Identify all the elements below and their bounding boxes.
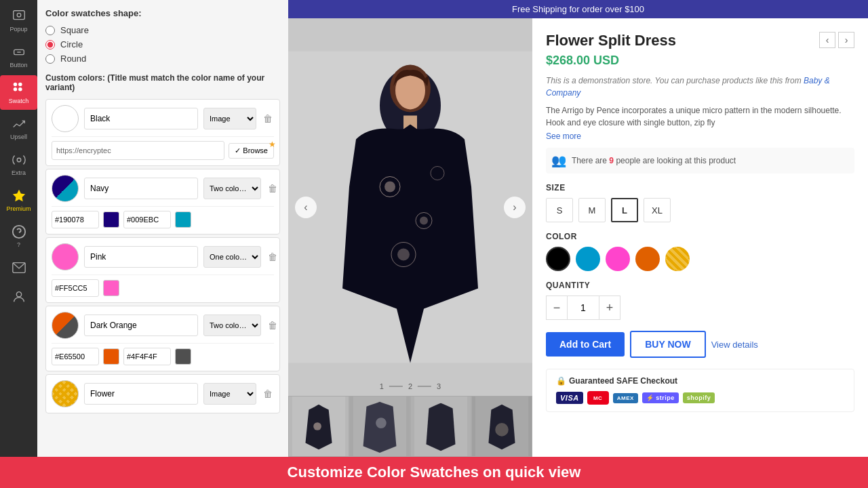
shield-icon: 🔒 <box>556 376 566 386</box>
view-details-link[interactable]: View details <box>711 340 758 350</box>
thumbnail-2[interactable] <box>349 396 410 457</box>
sidebar-item-premium[interactable]: Premium <box>0 183 37 218</box>
color-yellow-circle[interactable] <box>665 247 690 271</box>
dot-line-2 <box>418 386 431 387</box>
svg-point-18 <box>384 182 395 192</box>
thumb1-img <box>289 396 349 456</box>
size-label: SIZE <box>546 183 854 192</box>
product-next-btn[interactable]: › <box>838 32 854 48</box>
color-orange-circle[interactable] <box>635 247 660 271</box>
visa-badge: VISA <box>556 392 583 404</box>
image-next-btn[interactable]: › <box>504 197 526 218</box>
swatch-black-delete-btn[interactable]: 🗑 <box>262 112 274 125</box>
swatch-navy-name-input[interactable] <box>84 178 198 199</box>
shape-circle-radio[interactable] <box>45 40 55 49</box>
sidebar-item-popup[interactable]: Popup <box>0 3 37 38</box>
swatch-pink-name-input[interactable] <box>84 246 198 268</box>
color-black-circle[interactable] <box>546 247 570 271</box>
shape-round-radio[interactable] <box>45 54 55 64</box>
left-panel: Color swatches shape: Square Circle Roun… <box>37 0 288 457</box>
swatch-black-type-select[interactable]: Image One color Two color <box>203 108 256 129</box>
swatch-pink-delete-btn[interactable]: 🗑 <box>267 250 279 264</box>
size-m-btn[interactable]: M <box>578 198 606 222</box>
thumb3-img <box>411 396 471 456</box>
swatch-navy-delete-btn[interactable]: 🗑 <box>267 182 279 195</box>
add-to-cart-btn[interactable]: Add to Cart <box>546 332 625 357</box>
swatch-darkorange-name-input[interactable] <box>84 314 198 336</box>
swatch-flower-type-select[interactable]: Image One color Two color <box>203 383 256 405</box>
swatch-pink-hex1-input[interactable] <box>52 279 99 297</box>
product-prev-btn[interactable]: ‹ <box>819 32 835 48</box>
swatch-navy-hex1-input[interactable] <box>52 211 99 228</box>
action-buttons: Add to Cart BUY NOW View details <box>546 331 854 358</box>
thumbnail-row <box>288 396 532 457</box>
see-more-link[interactable]: See more <box>546 131 854 141</box>
quantity-increase-btn[interactable]: + <box>599 296 620 320</box>
svg-point-28 <box>376 418 387 428</box>
sidebar-item-swatch[interactable]: Swatch <box>0 75 37 110</box>
shape-round-label: Round <box>60 54 86 64</box>
sidebar-item-upsell[interactable]: Upsell <box>0 111 37 146</box>
color-navy-circle[interactable] <box>576 247 600 271</box>
swatch-navy-preview <box>52 175 79 202</box>
swatch-pink-preview <box>52 243 79 270</box>
size-xl-btn[interactable]: XL <box>644 198 671 222</box>
swatch-dark-orange: Image One color Two colo… 🗑 <box>45 306 280 371</box>
swatch-flower-delete-btn[interactable]: 🗑 <box>262 387 274 401</box>
shape-section-title: Color swatches shape: <box>45 8 280 18</box>
bottom-bar: Customize Color Swatches on quick view <box>0 457 868 488</box>
amex-badge: AMEX <box>613 393 638 403</box>
product-desc-main: The Arrigo by Pence incorporates a uniqu… <box>546 104 854 129</box>
swatch-navy-color1-chip[interactable] <box>103 211 119 228</box>
viewer-count: 9 <box>609 156 614 165</box>
product-image-section: ‹ › 1 2 3 <box>288 18 532 457</box>
image-prev-btn[interactable]: ‹ <box>295 197 317 218</box>
quantity-decrease-btn[interactable]: − <box>546 296 568 320</box>
size-l-btn[interactable]: L <box>611 198 638 222</box>
shape-round[interactable]: Round <box>45 54 280 64</box>
size-s-btn[interactable]: S <box>546 198 573 222</box>
color-options <box>546 247 854 271</box>
swatch-darkorange-delete-btn[interactable]: 🗑 <box>267 319 279 332</box>
swatch-darkorange-hex1-input[interactable] <box>52 348 99 365</box>
swatch-darkorange-hex2-input[interactable] <box>123 348 171 365</box>
swatch-black-preview <box>52 105 79 132</box>
swatch-darkorange-type-select[interactable]: Image One color Two colo… <box>203 314 261 336</box>
sidebar-item-button[interactable]: Button <box>0 39 37 74</box>
swatch-black-browse-btn[interactable]: ✓ Browse ★ <box>229 143 274 159</box>
shape-circle[interactable]: Circle <box>45 39 280 49</box>
thumbnail-3[interactable] <box>410 396 471 457</box>
svg-point-8 <box>17 158 21 162</box>
swatch-pink-type-select[interactable]: Image One colo… Two color <box>203 246 261 268</box>
sidebar-item-help[interactable]: ? <box>0 219 37 253</box>
swatch-black-name-input[interactable] <box>84 108 198 129</box>
swatch-navy-hex2-input[interactable] <box>123 211 171 228</box>
color-pink-circle[interactable] <box>606 247 630 271</box>
sidebar-item-email[interactable] <box>0 255 37 283</box>
swatch-darkorange-color1-chip[interactable] <box>103 348 119 365</box>
thumbnail-4[interactable] <box>471 396 532 457</box>
shape-radio-group: Square Circle Round <box>45 25 280 64</box>
social-proof: 👥 There are 9 people are looking at this… <box>546 148 854 174</box>
shape-square[interactable]: Square <box>45 25 280 35</box>
stripe-badge: ⚡ stripe <box>642 392 679 403</box>
dot-3: 3 <box>437 382 441 390</box>
quantity-input[interactable] <box>568 296 599 320</box>
swatch-flower-name-input[interactable] <box>84 383 198 405</box>
mastercard-badge: MC <box>587 391 609 405</box>
thumbnail-1[interactable] <box>288 396 349 457</box>
sidebar: Popup Button Swatch Upsell Extra Premium… <box>0 0 37 457</box>
swatch-darkorange-color2-chip[interactable] <box>175 348 191 365</box>
swatch-navy-color2-chip[interactable] <box>175 211 191 228</box>
shopify-badge: shopify <box>683 392 715 403</box>
color-label: COLOR <box>546 232 854 241</box>
swatch-black-url-input[interactable] <box>52 141 224 160</box>
browse-label: Browse <box>243 146 268 155</box>
swatch-pink-color1-chip[interactable] <box>103 280 119 296</box>
people-icon: 👥 <box>551 153 566 168</box>
buy-now-btn[interactable]: BUY NOW <box>630 331 705 358</box>
swatch-navy-type-select[interactable]: Image One color Two colo… <box>203 178 261 199</box>
sidebar-item-user[interactable] <box>0 284 37 312</box>
sidebar-item-extra[interactable]: Extra <box>0 147 37 182</box>
shape-square-radio[interactable] <box>45 26 55 35</box>
